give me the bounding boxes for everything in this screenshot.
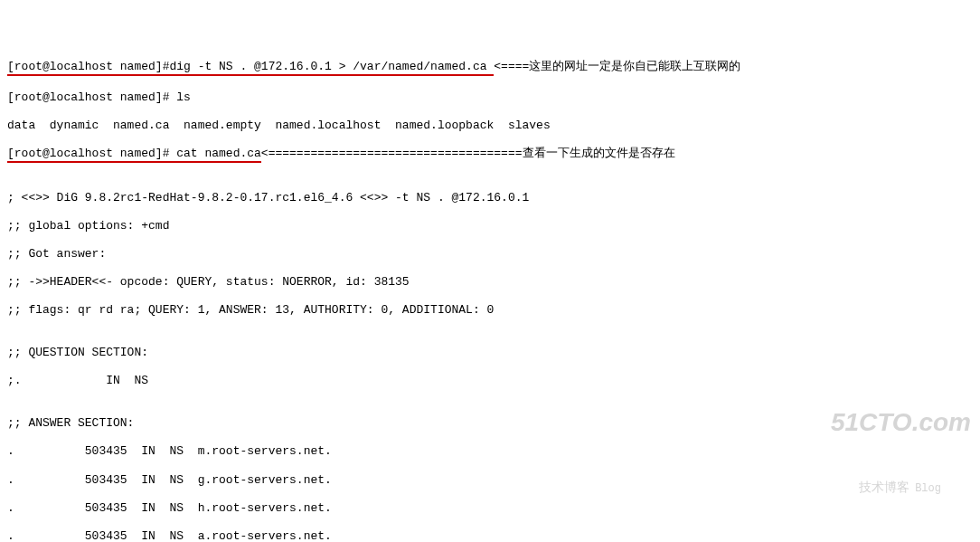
- answer-row: . 503435 IN NS h.root-servers.net.: [7, 501, 973, 516]
- answer-row: . 503435 IN NS m.root-servers.net.: [7, 444, 973, 459]
- dig-global-options: ;; global options: +cmd: [7, 219, 973, 233]
- annotation-dig: <====这里的网址一定是你自已能联上互联网的: [494, 60, 740, 73]
- dig-version-line: ; <<>> DiG 9.8.2rc1-RedHat-9.8.2-0.17.rc…: [7, 191, 973, 205]
- answer-row: . 503435 IN NS a.root-servers.net.: [7, 529, 973, 542]
- answer-row: . 503435 IN NS g.root-servers.net.: [7, 473, 973, 488]
- question-row: ;. IN NS: [7, 374, 973, 388]
- annotation-cat: <====================================查看一…: [261, 147, 675, 160]
- terminal-line-cat: [root@localhost named]# cat named.ca<===…: [7, 147, 973, 163]
- watermark-blog: Blog: [915, 482, 941, 495]
- terminal-line-dig: [root@localhost named]#dig -t NS . @172.…: [7, 60, 973, 76]
- watermark: 51CTO.com 技术博客Blog: [831, 379, 971, 524]
- dig-got-answer: ;; Got answer:: [7, 247, 973, 261]
- terminal-line-ls: [root@localhost named]# ls: [7, 90, 973, 105]
- dig-flags-line: ;; flags: qr rd ra; QUERY: 1, ANSWER: 13…: [7, 303, 973, 318]
- cmd-cat-underlined: [root@localhost named]# cat named.ca: [7, 147, 261, 163]
- watermark-subtitle: 技术博客: [859, 480, 909, 494]
- terminal-line-ls-output: data dynamic named.ca named.empty named.…: [7, 119, 973, 133]
- answer-section-header: ;; ANSWER SECTION:: [7, 416, 973, 431]
- cmd-dig-underlined: [root@localhost named]#dig -t NS . @172.…: [7, 60, 494, 76]
- watermark-domain: 51CTO.com: [831, 407, 971, 438]
- dig-header-line: ;; ->>HEADER<<- opcode: QUERY, status: N…: [7, 275, 973, 290]
- question-section-header: ;; QUESTION SECTION:: [7, 346, 973, 360]
